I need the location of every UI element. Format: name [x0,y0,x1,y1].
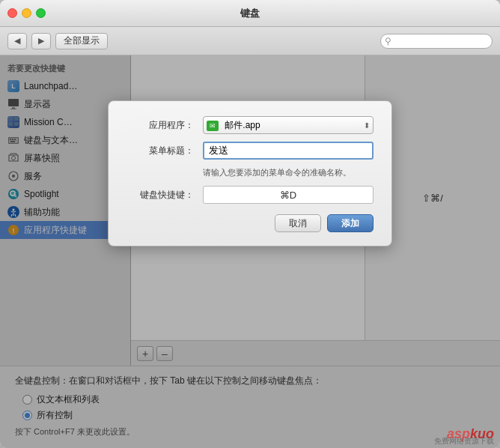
titlebar: 键盘 [0,0,500,27]
mail-app-icon: ✉ [207,121,219,131]
modal-shortcut-display[interactable]: ⌘D [203,186,374,204]
select-arrow-icon: ⬍ [364,121,370,130]
watermark-site: 免费网络资源下载 [434,436,494,447]
modal-app-label: 应用程序： [126,119,194,132]
search-input[interactable] [380,34,493,49]
modal-menu-label: 菜单标题： [126,145,194,157]
traffic-lights [7,8,46,18]
modal-dialog: 应用程序： ✉ 邮件.app ⬍ 菜单标题： 请输入您要添加的菜单命令的准确名称… [108,100,392,246]
search-icon: ⚲ [385,36,391,46]
minimize-button[interactable] [22,8,31,18]
forward-button[interactable]: ▶ [31,33,51,49]
back-button[interactable]: ◀ [7,33,27,49]
modal-app-select[interactable]: ✉ 邮件.app ⬍ [203,116,374,134]
modal-menu-row: 菜单标题： [126,142,374,160]
modal-shortcut-row: 键盘快捷键： ⌘D [126,186,374,204]
modal-menu-input[interactable] [203,142,374,160]
show-all-button[interactable]: 全部显示 [55,33,108,49]
modal-shortcut-label: 键盘快捷键： [126,189,194,202]
toolbar: ◀ ▶ 全部显示 ⚲ [0,27,500,55]
modal-menu-hint: 请输入您要添加的菜单命令的准确名称。 [203,167,374,178]
close-button[interactable] [7,8,17,18]
maximize-button[interactable] [36,8,46,18]
modal-overlay: 应用程序： ✉ 邮件.app ⬍ 菜单标题： 请输入您要添加的菜单命令的准确名称… [0,55,500,448]
modal-app-row: 应用程序： ✉ 邮件.app ⬍ [126,116,374,134]
add-button[interactable]: 添加 [327,214,374,232]
cancel-button[interactable]: 取消 [275,214,321,232]
search-box: ⚲ [380,34,493,49]
modal-app-value: ✉ 邮件.app [207,119,260,132]
window-title: 键盘 [240,7,260,20]
modal-buttons: 取消 添加 [126,214,374,232]
